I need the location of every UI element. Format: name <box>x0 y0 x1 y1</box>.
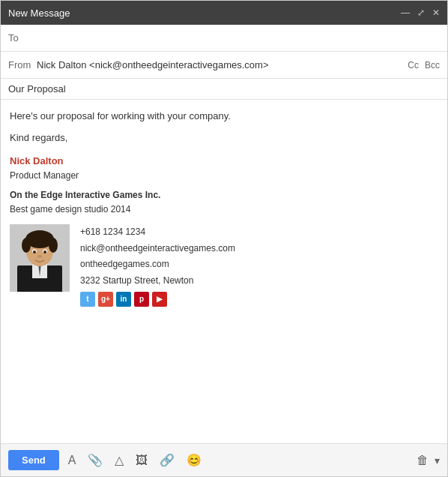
gplus-icon[interactable]: g+ <box>98 292 113 307</box>
sig-photo <box>10 224 70 292</box>
svg-point-7 <box>49 238 58 253</box>
cc-button[interactable]: Cc <box>408 60 419 70</box>
subject-input[interactable] <box>8 83 440 94</box>
sig-website: ontheedgegames.com <box>80 256 235 273</box>
titlebar: New Message — ⤢ ✕ <box>1 1 447 25</box>
delete-draft-icon[interactable]: 🗑 <box>417 454 429 467</box>
signature-block: Nick Dalton Product Manager On the Edge … <box>10 154 438 308</box>
sig-title: Product Manager <box>10 169 438 183</box>
compose-window: New Message — ⤢ ✕ To From Cc Bcc Here's … <box>0 0 448 477</box>
body-area[interactable]: Here's our proposal for working with you… <box>1 100 447 443</box>
to-label: To <box>8 32 37 44</box>
close-button[interactable]: ✕ <box>432 8 440 17</box>
twitter-icon[interactable]: t <box>80 292 95 307</box>
window-title: New Message <box>8 8 70 19</box>
format-text-icon[interactable]: A <box>65 452 79 469</box>
compose-toolbar: Send A 📎 △ 🖼 🔗 😊 🗑 ▾ <box>1 443 447 476</box>
subject-row <box>1 79 447 100</box>
sig-details: +618 1234 1234 nick@ontheedgeinteractive… <box>10 224 438 307</box>
google-drive-icon[interactable]: △ <box>112 452 127 469</box>
svg-point-10 <box>33 250 36 254</box>
youtube-icon[interactable]: ▶ <box>152 292 167 307</box>
body-line1: Here's our proposal for working with you… <box>10 109 438 124</box>
insert-photo-icon[interactable]: 🖼 <box>133 452 151 469</box>
svg-point-12 <box>37 255 42 258</box>
body-line2: Kind regards, <box>10 130 438 146</box>
maximize-button[interactable]: ⤢ <box>417 8 425 17</box>
more-options-icon[interactable]: ▾ <box>435 454 440 466</box>
minimize-button[interactable]: — <box>401 8 410 17</box>
to-field-row: To <box>1 25 447 52</box>
attach-file-icon[interactable]: 📎 <box>85 452 106 469</box>
from-label: From <box>8 59 37 70</box>
insert-emoji-icon[interactable]: 😊 <box>184 452 205 469</box>
sig-social-links: t g+ in p ▶ <box>80 292 235 307</box>
sig-name: Nick Dalton <box>10 154 438 170</box>
linkedin-icon[interactable]: in <box>116 292 131 307</box>
sig-tagline: Best game design studio 2014 <box>10 202 438 217</box>
cc-bcc-actions: Cc Bcc <box>408 60 440 70</box>
insert-link-icon[interactable]: 🔗 <box>157 452 178 469</box>
from-input[interactable] <box>37 59 408 70</box>
sig-phone: +618 1234 1234 <box>80 224 235 241</box>
sig-contact-info: +618 1234 1234 nick@ontheedgeinteractive… <box>80 224 235 307</box>
svg-point-11 <box>43 250 46 254</box>
sig-email: nick@ontheedgeinteractivegames.com <box>80 241 235 257</box>
sig-company: On the Edge Interactive Games Inc. <box>10 188 438 202</box>
bcc-button[interactable]: Bcc <box>425 60 440 70</box>
pinterest-icon[interactable]: p <box>134 292 149 307</box>
svg-point-6 <box>22 238 31 253</box>
window-controls: — ⤢ ✕ <box>401 8 440 17</box>
to-input[interactable] <box>37 32 440 44</box>
from-field-row: From Cc Bcc <box>1 52 447 79</box>
send-button[interactable]: Send <box>8 450 59 470</box>
sig-address: 3232 Startup Street, Newton <box>80 273 235 290</box>
